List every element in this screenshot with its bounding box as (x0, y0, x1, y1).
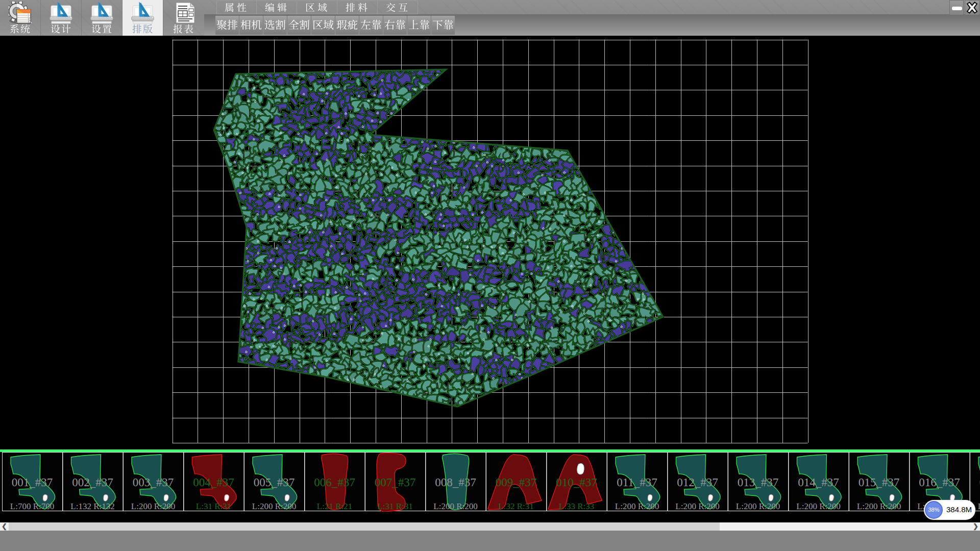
svg-text:L:31 R:31: L:31 R:31 (196, 502, 231, 511)
svg-text:011_#37: 011_#37 (617, 476, 657, 489)
svg-text:L:33 R:33: L:33 R:33 (559, 502, 594, 511)
svg-text:L:31 R:31: L:31 R:31 (377, 502, 412, 511)
svg-text:L:200 R:200: L:200 R:200 (675, 502, 719, 511)
svg-text:004_#37: 004_#37 (193, 476, 234, 489)
svg-text:013_#37: 013_#37 (738, 476, 779, 489)
svg-text:L:200 R:200: L:200 R:200 (796, 502, 840, 511)
svg-text:010_#37: 010_#37 (556, 476, 597, 489)
svg-text:L:32 R:31: L:32 R:31 (498, 502, 533, 511)
svg-text:L:200 R:200: L:200 R:200 (615, 502, 659, 511)
svg-text:005_#37: 005_#37 (254, 476, 295, 489)
svg-text:012_#37: 012_#37 (677, 476, 718, 489)
svg-text:003_#37: 003_#37 (133, 476, 174, 489)
svg-text:L:21 R:21: L:21 R:21 (317, 502, 352, 511)
svg-text:L:132 R:132: L:132 R:132 (70, 502, 114, 511)
svg-text:007_#37: 007_#37 (375, 476, 416, 489)
svg-text:L:200 R:200: L:200 R:200 (978, 502, 980, 511)
svg-text:L:200 R:200: L:200 R:200 (433, 502, 477, 511)
svg-text:L:700 R:700: L:700 R:700 (10, 502, 54, 511)
svg-text:001_#37: 001_#37 (12, 476, 53, 489)
svg-text:016_#37: 016_#37 (919, 476, 960, 489)
svg-text:L:200 R:200: L:200 R:200 (131, 502, 175, 511)
svg-text:006_#37: 006_#37 (314, 476, 355, 489)
svg-text:014_#37: 014_#37 (798, 476, 839, 489)
svg-text:L:200 R:200: L:200 R:200 (736, 502, 780, 511)
svg-text:008_#37: 008_#37 (435, 476, 476, 489)
svg-text:002_#37: 002_#37 (72, 476, 113, 489)
svg-text:L:200 R:200: L:200 R:200 (857, 502, 901, 511)
svg-text:015_#37: 015_#37 (859, 476, 900, 489)
svg-text:009_#37: 009_#37 (496, 476, 537, 489)
svg-text:L:200 R:200: L:200 R:200 (252, 502, 296, 511)
